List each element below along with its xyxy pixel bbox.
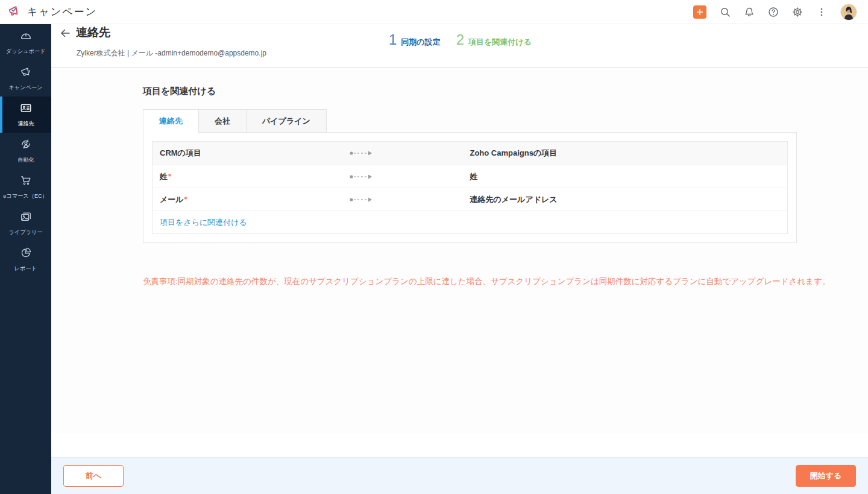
tab-company[interactable]: 会社 <box>198 109 247 133</box>
sidebar-item-label: ライブラリー <box>8 229 42 236</box>
settings-gear-icon[interactable] <box>792 7 803 17</box>
page-title: 連絡先 <box>76 25 110 40</box>
mapping-arrow-icon <box>349 197 470 203</box>
table-row: メール* 連絡先のメールアドレス <box>153 188 787 211</box>
top-bar: キャンペーン <box>0 0 868 24</box>
start-button[interactable]: 開始する <box>796 465 856 487</box>
sidebar-item-label: eコマース（EC） <box>4 192 48 200</box>
sidebar-item-library[interactable]: ライブラリー <box>0 205 51 241</box>
page-header: 連絡先 Zylker株式会社 | メール -admin+demodemo@app… <box>51 17 868 68</box>
automation-person-icon <box>19 138 33 152</box>
crm-field-column-header: CRMの項目 <box>153 148 349 159</box>
required-asterisk: * <box>184 195 187 204</box>
crm-field-cell: メール* <box>153 194 349 205</box>
notifications-bell-icon[interactable] <box>744 7 755 17</box>
crm-field-name: メール <box>160 195 184 204</box>
mapping-arrow-icon <box>349 174 470 180</box>
tab-pipeline[interactable]: パイプライン <box>246 109 327 133</box>
wizard-steps: 1 同期の設定 2 項目を関連付ける <box>389 31 532 48</box>
user-avatar[interactable] <box>840 4 857 21</box>
step-label: 同期の設定 <box>401 37 440 48</box>
sidebar-nav: ダッシュボード キャンペーン 連絡先 自動化 eコマース（EC） ライブラリー <box>0 24 51 494</box>
sidebar-item-label: キャンペーン <box>8 84 42 92</box>
sidebar-item-dashboard[interactable]: ダッシュボード <box>0 24 51 60</box>
step-map-fields: 2 項目を関連付ける <box>456 31 532 48</box>
help-icon[interactable] <box>768 7 779 17</box>
mapping-tabs: 連絡先 会社 パイプライン <box>143 109 868 133</box>
contact-card-icon <box>19 101 33 116</box>
main-area: 連絡先 › サービス同期 › Bigin 連絡先 Zylker株式会社 | メー… <box>51 0 868 433</box>
campaigns-field-column-header: Zoho Campaignsの項目 <box>470 148 787 159</box>
mapping-arrow-icon <box>349 150 470 156</box>
dashboard-gauge-icon <box>19 29 33 43</box>
field-mapping-table: CRMの項目 Zoho Campaignsの項目 姓* 姓 メール* <box>152 141 788 234</box>
campaigns-logo-icon <box>7 4 22 21</box>
required-asterisk: * <box>168 172 171 181</box>
content-area: 項目を関連付ける 連絡先 会社 パイプライン CRMの項目 Zoho Campa… <box>51 68 868 433</box>
sidebar-item-label: レポート <box>14 265 37 273</box>
disclaimer-text: 免責事項:同期対象の連絡先の件数が、現在のサブスクリプションプランの上限に達した… <box>143 276 868 287</box>
previous-button[interactable]: 前へ <box>63 465 124 487</box>
tab-contacts[interactable]: 連絡先 <box>143 109 199 133</box>
sidebar-item-contacts[interactable]: 連絡先 <box>0 97 51 133</box>
app-title: キャンペーン <box>27 5 97 19</box>
map-more-fields-link[interactable]: 項目をさらに関連付ける <box>153 217 247 228</box>
step-label: 項目を関連付ける <box>468 37 532 48</box>
page-subtitle: Zylker株式会社 | メール -admin+demodemo@appsdem… <box>77 48 266 59</box>
step-number: 1 <box>389 31 397 48</box>
table-header-row: CRMの項目 Zoho Campaignsの項目 <box>153 142 787 165</box>
app-logo[interactable]: キャンペーン <box>0 4 97 21</box>
step-number: 2 <box>456 31 464 48</box>
add-mapping-row: 項目をさらに関連付ける <box>153 211 787 233</box>
kebab-menu-icon[interactable] <box>816 7 827 17</box>
megaphone-icon <box>19 65 33 80</box>
library-images-icon <box>19 210 33 224</box>
footer-action-bar: 前へ 開始する <box>51 457 868 494</box>
crm-field-name: 姓 <box>160 172 168 181</box>
table-row: 姓* 姓 <box>153 165 787 188</box>
sidebar-item-label: 連絡先 <box>17 120 34 128</box>
campaigns-field-cell: 連絡先のメールアドレス <box>470 194 787 205</box>
sidebar-item-label: ダッシュボード <box>6 48 46 55</box>
cart-icon <box>19 174 33 188</box>
create-plus-button[interactable] <box>693 5 706 19</box>
campaigns-field-cell: 姓 <box>470 171 787 182</box>
step-sync-settings: 1 同期の設定 <box>389 31 441 48</box>
pie-chart-icon <box>19 246 33 261</box>
sidebar-item-automation[interactable]: 自動化 <box>0 133 51 169</box>
section-heading: 項目を関連付ける <box>51 68 868 97</box>
crm-field-cell: 姓* <box>153 171 349 182</box>
sidebar-item-ecommerce[interactable]: eコマース（EC） <box>0 169 51 205</box>
search-icon[interactable] <box>720 7 731 17</box>
back-arrow-icon[interactable] <box>59 27 71 39</box>
field-mapping-panel: CRMの項目 Zoho Campaignsの項目 姓* 姓 メール* <box>143 132 797 243</box>
sidebar-item-label: 自動化 <box>17 156 34 164</box>
sidebar-item-reports[interactable]: レポート <box>0 241 51 277</box>
sidebar-item-campaigns[interactable]: キャンペーン <box>0 60 51 97</box>
topbar-actions <box>693 4 868 21</box>
